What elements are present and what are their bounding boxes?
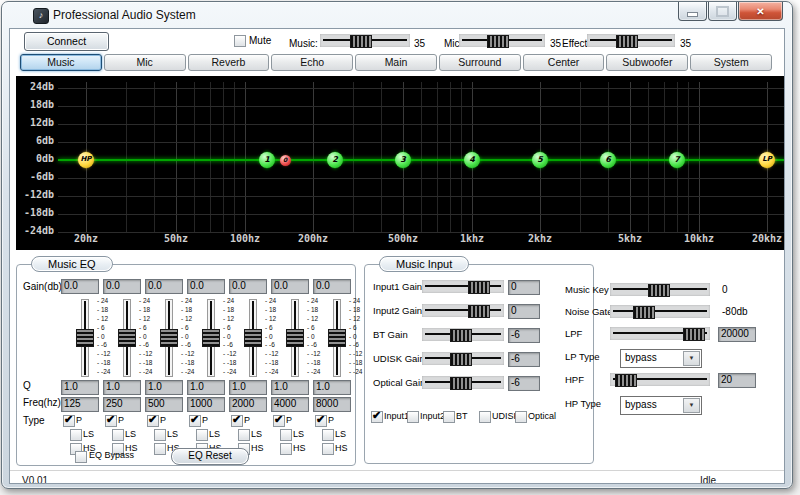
lp-type-select[interactable]: bypass▼ <box>620 349 702 368</box>
hpf-value-field[interactable]: 20 <box>718 373 756 388</box>
eq-q-field[interactable]: 1.0 <box>103 380 141 395</box>
tab-subwoofer[interactable]: Subwoofer <box>606 54 688 71</box>
eq-gain-field[interactable]: 0.0 <box>145 279 183 294</box>
maximize-button[interactable] <box>708 2 737 21</box>
slider-thumb[interactable] <box>244 329 262 347</box>
slider-thumb[interactable] <box>160 329 178 347</box>
hp-type-select[interactable]: bypass▼ <box>620 396 702 415</box>
eq-gain-field[interactable]: 0.0 <box>61 279 99 294</box>
slider-thumb[interactable] <box>328 329 346 347</box>
tab-center[interactable]: Center <box>523 54 605 71</box>
eq-type-ls-checkbox[interactable] <box>280 429 292 441</box>
lpf-slider[interactable] <box>610 327 710 340</box>
eq-node-5[interactable]: 5 <box>532 152 548 168</box>
lpf-value-field[interactable]: 20000 <box>718 327 756 342</box>
mute-checkbox[interactable] <box>234 35 246 47</box>
dropdown-arrow-icon[interactable]: ▼ <box>683 351 700 366</box>
eq-node-0[interactable]: 0 <box>280 155 291 166</box>
eq-type-p-checkbox[interactable] <box>147 415 159 427</box>
eq-type-p-checkbox[interactable] <box>105 415 117 427</box>
tab-mic[interactable]: Mic <box>104 54 186 71</box>
tab-surround[interactable]: Surround <box>439 54 521 71</box>
eq-node-7[interactable]: 7 <box>669 152 685 168</box>
optical-gain-value-field[interactable]: -6 <box>508 376 540 391</box>
slider-thumb[interactable] <box>450 329 472 342</box>
slider-thumb[interactable] <box>487 35 509 48</box>
eq-type-p-checkbox[interactable] <box>273 415 285 427</box>
eq-freq-field[interactable]: 1000 <box>187 397 225 412</box>
udisk-gain-slider[interactable] <box>422 352 504 365</box>
eq-type-ls-checkbox[interactable] <box>322 429 334 441</box>
optical-checkbox[interactable] <box>515 411 527 423</box>
slider-thumb[interactable] <box>450 353 472 366</box>
eq-band-slider[interactable]: 24181260-6-12-18-24 <box>199 297 243 377</box>
slider-thumb[interactable] <box>468 281 490 294</box>
eq-type-p-checkbox[interactable] <box>315 415 327 427</box>
eq-node-2[interactable]: 2 <box>327 152 343 168</box>
eq-type-ls-checkbox[interactable] <box>196 429 208 441</box>
eq-gain-field[interactable]: 0.0 <box>229 279 267 294</box>
input2-checkbox[interactable] <box>407 411 419 423</box>
noise-gate-slider[interactable] <box>610 305 710 318</box>
eq-q-field[interactable]: 1.0 <box>145 380 183 395</box>
eq-band-slider[interactable]: 24181260-6-12-18-24 <box>283 297 327 377</box>
tab-music[interactable]: Music <box>20 54 102 71</box>
eq-q-field[interactable]: 1.0 <box>229 380 267 395</box>
eq-type-ls-checkbox[interactable] <box>70 429 82 441</box>
mic-volume-slider[interactable] <box>459 34 545 47</box>
eq-q-field[interactable]: 1.0 <box>187 380 225 395</box>
tab-main[interactable]: Main <box>355 54 437 71</box>
effect-volume-slider[interactable] <box>587 34 675 47</box>
eq-q-field[interactable]: 1.0 <box>61 380 99 395</box>
eq-gain-field[interactable]: 0.0 <box>187 279 225 294</box>
eq-reset-button[interactable]: EQ Reset <box>171 448 249 465</box>
connect-button[interactable]: Connect <box>24 32 109 51</box>
slider-thumb[interactable] <box>616 35 638 48</box>
slider-thumb[interactable] <box>648 284 670 297</box>
eq-freq-field[interactable]: 250 <box>103 397 141 412</box>
eq-band-slider[interactable]: 24181260-6-12-18-24 <box>325 297 369 377</box>
eq-type-ls-checkbox[interactable] <box>154 429 166 441</box>
eq-node-1[interactable]: 1 <box>259 152 275 168</box>
eq-gain-field[interactable]: 0.0 <box>103 279 141 294</box>
slider-thumb[interactable] <box>202 329 220 347</box>
slider-thumb[interactable] <box>450 377 472 390</box>
eq-node-4[interactable]: 4 <box>464 152 480 168</box>
bt-gain-slider[interactable] <box>422 328 504 341</box>
eq-type-p-checkbox[interactable] <box>63 415 75 427</box>
eq-type-hs-checkbox[interactable] <box>280 443 292 455</box>
eq-type-p-checkbox[interactable] <box>231 415 243 427</box>
eq-freq-field[interactable]: 8000 <box>313 397 351 412</box>
music-key-slider[interactable] <box>610 283 710 296</box>
eq-freq-field[interactable]: 125 <box>61 397 99 412</box>
udisk-gain-value-field[interactable]: -6 <box>508 352 540 367</box>
eq-type-hs-checkbox[interactable] <box>322 443 334 455</box>
slider-thumb[interactable] <box>615 374 637 387</box>
title-bar[interactable]: ♪ Professional Audio System ✕ <box>2 2 792 28</box>
eq-freq-field[interactable]: 2000 <box>229 397 267 412</box>
slider-thumb[interactable] <box>633 306 655 319</box>
close-button[interactable]: ✕ <box>738 2 783 21</box>
eq-node-hp[interactable]: HP <box>78 152 94 168</box>
eq-type-hs-checkbox[interactable] <box>154 443 166 455</box>
eq-gain-field[interactable]: 0.0 <box>313 279 351 294</box>
tab-system[interactable]: System <box>690 54 772 71</box>
hpf-slider[interactable] <box>610 373 710 386</box>
eq-type-ls-checkbox[interactable] <box>112 429 124 441</box>
udisk-checkbox[interactable] <box>479 411 491 423</box>
eq-node-lp[interactable]: LP <box>759 152 775 168</box>
eq-type-p-checkbox[interactable] <box>189 415 201 427</box>
input1-gain-value-field[interactable]: 0 <box>508 280 540 295</box>
eq-type-ls-checkbox[interactable] <box>238 429 250 441</box>
eq-q-field[interactable]: 1.0 <box>271 380 309 395</box>
slider-thumb[interactable] <box>76 329 94 347</box>
slider-thumb[interactable] <box>683 328 705 341</box>
slider-thumb[interactable] <box>286 329 304 347</box>
input1-checkbox[interactable] <box>371 411 383 423</box>
eq-node-3[interactable]: 3 <box>395 152 411 168</box>
eq-q-field[interactable]: 1.0 <box>313 380 351 395</box>
slider-thumb[interactable] <box>350 35 372 48</box>
eq-band-slider[interactable]: 24181260-6-12-18-24 <box>157 297 201 377</box>
tab-reverb[interactable]: Reverb <box>188 54 270 71</box>
slider-thumb[interactable] <box>118 329 136 347</box>
